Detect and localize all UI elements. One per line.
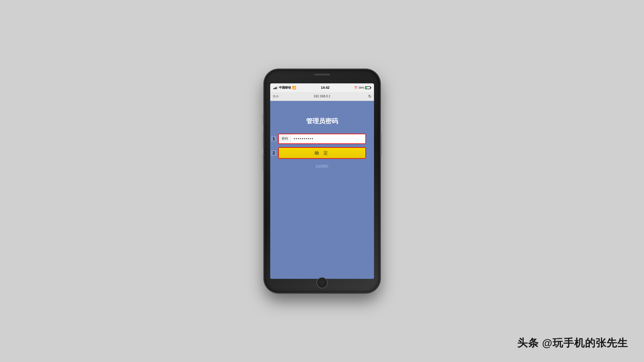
phone-mockup: 中国移动 📶 14:42 ⏰ 30% 大小 192.168.0.1 bbox=[264, 69, 380, 293]
password-field-wrapper: 密码 bbox=[278, 134, 366, 144]
address-bar[interactable]: 大小 192.168.0.1 ↻ bbox=[270, 92, 374, 101]
clock: 14:42 bbox=[321, 86, 330, 90]
carrier-label: 中国移动 bbox=[279, 86, 291, 89]
phone-camera bbox=[310, 73, 313, 76]
status-bar: 中国移动 📶 14:42 ⏰ 30% bbox=[270, 83, 374, 92]
step1-row: 1 密码 bbox=[278, 134, 366, 144]
watermark-platform: 头条 bbox=[517, 337, 539, 349]
status-right: ⏰ 30% bbox=[354, 86, 370, 89]
reload-icon[interactable]: ↻ bbox=[364, 94, 372, 99]
watermark-account: @玩手机的张先生 bbox=[542, 337, 628, 349]
step2-row: 2 确 定 bbox=[278, 147, 366, 159]
forgot-password-link[interactable]: 忘记密码? bbox=[316, 164, 328, 168]
side-button-vol-down[interactable] bbox=[263, 153, 264, 171]
alarm-icon: ⏰ bbox=[354, 86, 358, 89]
signal-icon bbox=[274, 86, 278, 89]
home-button[interactable] bbox=[316, 277, 328, 288]
phone-screen: 中国移动 📶 14:42 ⏰ 30% 大小 192.168.0.1 bbox=[270, 83, 374, 279]
size-label: 大小 bbox=[272, 94, 280, 98]
password-label: 密码 bbox=[279, 134, 291, 143]
web-content: 管理员密码 1 密码 2 确 定 忘记密码? bbox=[270, 101, 374, 279]
battery-icon bbox=[365, 86, 370, 89]
status-left: 中国移动 📶 bbox=[274, 86, 296, 89]
confirm-btn-wrapper: 确 定 bbox=[278, 147, 366, 159]
confirm-button[interactable]: 确 定 bbox=[279, 148, 366, 158]
step1-number: 1 bbox=[271, 136, 276, 142]
step2-number: 2 bbox=[271, 150, 276, 156]
side-button-vol-up[interactable] bbox=[263, 131, 264, 149]
password-input[interactable] bbox=[291, 134, 366, 143]
battery-percent: 30% bbox=[358, 86, 364, 89]
side-button-mute[interactable] bbox=[263, 113, 264, 125]
url-field[interactable]: 192.168.0.1 bbox=[280, 94, 364, 98]
watermark: 头条 @玩手机的张先生 bbox=[517, 336, 628, 350]
page-title: 管理员密码 bbox=[306, 117, 338, 126]
phone-speaker bbox=[314, 74, 330, 75]
side-button-power[interactable] bbox=[380, 133, 381, 157]
wifi-icon: 📶 bbox=[292, 86, 296, 89]
